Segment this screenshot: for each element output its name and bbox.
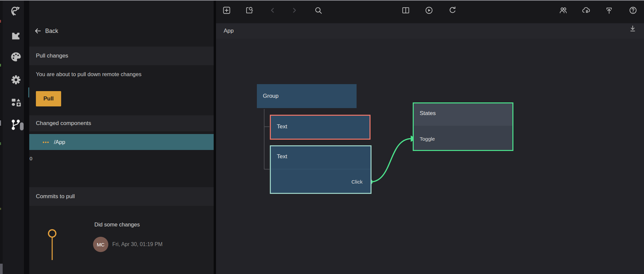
component-status-dots-icon: ••• — [43, 139, 49, 145]
edge-artifact — [0, 264, 3, 274]
input-port-toggle[interactable]: Toggle — [420, 134, 435, 144]
edge-artifact — [0, 208, 1, 210]
window-edge-strip — [0, 1, 3, 274]
search-icon — [314, 6, 323, 15]
node-text-selected-remote[interactable]: Text — [270, 115, 371, 140]
refresh-button[interactable] — [448, 6, 457, 15]
avatar: MC — [93, 237, 108, 252]
styles-icon[interactable] — [9, 50, 23, 64]
commit-list: Did some changes MC Fri, Apr 30, 01:19 P… — [29, 206, 214, 274]
node-group[interactable]: Group — [257, 84, 357, 108]
node-canvas[interactable]: App Group Text — [216, 23, 644, 274]
edge-artifact — [0, 120, 1, 126]
activity-bar — [3, 1, 24, 274]
noodl-logo-icon[interactable] — [9, 4, 23, 18]
nav-forward-button[interactable] — [290, 6, 299, 15]
node-section-divider — [271, 169, 371, 169]
refresh-icon — [448, 6, 457, 15]
changed-component-row[interactable]: ••• /App — [29, 134, 214, 150]
help-button[interactable] — [628, 6, 638, 15]
back-label: Back — [45, 28, 58, 35]
changed-components-title: Changed components — [36, 120, 91, 127]
deploy-button[interactable] — [604, 6, 614, 15]
pull-button[interactable]: Pull — [36, 91, 61, 106]
commit-message: Did some changes — [94, 221, 140, 228]
canvas-toolbar — [216, 1, 644, 23]
pull-description: You are about to pull down remote change… — [36, 69, 142, 79]
node-title: Text — [277, 153, 287, 160]
download-button[interactable] — [628, 24, 637, 34]
avatar-initials: MC — [97, 242, 104, 247]
panel-canvas-divider[interactable] — [214, 1, 216, 274]
component-name: /App — [54, 139, 65, 145]
help-icon — [629, 6, 637, 15]
component-search-button[interactable] — [245, 6, 254, 15]
signal-connection[interactable] — [367, 136, 417, 185]
canvas-header: App — [216, 23, 644, 39]
nav-back-button[interactable] — [268, 6, 277, 15]
pull-changes-header: Pull changes — [29, 47, 214, 65]
collaborators-button[interactable] — [559, 6, 568, 15]
deploy-upload-icon — [605, 6, 613, 15]
component-search-icon — [245, 6, 254, 15]
changed-components-header: Changed components — [29, 115, 214, 131]
preview-play-button[interactable] — [424, 6, 434, 15]
download-icon — [628, 24, 637, 33]
components-icon[interactable] — [9, 96, 23, 109]
commits-title: Commits to pull — [36, 193, 75, 200]
node-text-selected-local[interactable]: Text Click — [270, 145, 372, 194]
plugins-icon[interactable] — [9, 28, 23, 41]
node-header: States — [414, 103, 512, 126]
node-title: States — [420, 110, 436, 117]
add-node-button[interactable] — [222, 6, 231, 15]
changed-count: 0 — [30, 156, 32, 161]
hierarchy-lines — [264, 109, 269, 169]
chevron-right-icon — [290, 6, 299, 15]
output-port-click[interactable]: Click — [351, 177, 363, 187]
split-view-button[interactable] — [401, 6, 410, 15]
collaborators-icon — [559, 6, 568, 15]
back-arrow-icon — [34, 27, 42, 35]
play-icon — [425, 6, 433, 15]
node-states[interactable]: States Toggle — [413, 102, 513, 151]
node-title: Text — [277, 123, 287, 130]
commits-header: Commits to pull — [29, 187, 214, 206]
noodl-editor-window: Back Pull changes You are about to pull … — [0, 0, 644, 274]
cloud-services-button[interactable] — [581, 6, 590, 15]
commit-timestamp: Fri, Apr 30, 01:19 PM — [112, 240, 162, 248]
settings-gear-icon[interactable] — [9, 73, 23, 86]
edge-artifact — [0, 64, 1, 67]
back-button[interactable]: Back — [34, 25, 58, 37]
add-node-icon — [222, 6, 231, 15]
version-control-panel: Back Pull changes You are about to pull … — [29, 1, 214, 274]
breadcrumb: App — [224, 27, 234, 35]
rail-scrollbar-thumb[interactable] — [20, 122, 24, 130]
cloud-services-icon — [582, 6, 590, 15]
node-title: Group — [263, 93, 278, 99]
rail-panel-gap — [24, 1, 29, 274]
edge-artifact — [0, 20, 1, 23]
commit-row[interactable]: Did some changes MC Fri, Apr 30, 01:19 P… — [29, 206, 214, 260]
pull-changes-title: Pull changes — [36, 53, 68, 59]
split-view-icon — [401, 6, 410, 15]
edge-artifact — [0, 142, 1, 145]
chevron-left-icon — [268, 6, 277, 15]
search-button[interactable] — [314, 6, 323, 15]
